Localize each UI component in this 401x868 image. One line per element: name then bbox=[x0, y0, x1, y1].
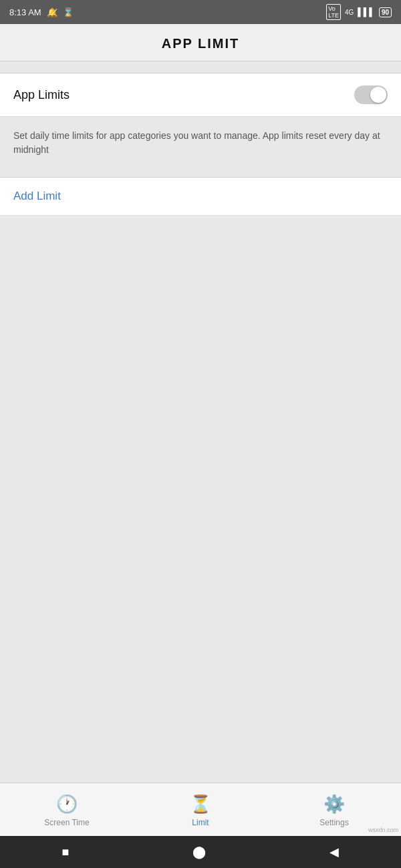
nav-item-settings[interactable]: ⚙️ Settings bbox=[267, 794, 401, 827]
nav-item-limit[interactable]: ⏳ Limit bbox=[134, 794, 267, 827]
limit-icon: ⏳ bbox=[190, 794, 211, 815]
description-section: Set daily time limits for app categories… bbox=[0, 117, 401, 178]
signal-icon: ▌▌▌ bbox=[358, 7, 375, 17]
limit-label: Limit bbox=[192, 818, 209, 827]
battery-indicator: 90 bbox=[379, 7, 392, 17]
screen-time-label: Screen Time bbox=[44, 818, 89, 827]
alarm-icon: 🔔̸ bbox=[47, 7, 57, 17]
app-limits-row: App Limits bbox=[0, 73, 401, 117]
main-content-area bbox=[0, 216, 401, 783]
volte-icon: VoLTE bbox=[326, 4, 341, 20]
hourglass-icon: ⌛ bbox=[63, 7, 74, 17]
description-text: Set daily time limits for app categories… bbox=[13, 129, 388, 157]
status-bar: 8:13 AM 🔔̸ ⌛ VoLTE 4G ▌▌▌ 90 bbox=[0, 0, 401, 24]
top-spacer bbox=[0, 61, 401, 73]
screen-time-icon: 🕐 bbox=[56, 794, 78, 815]
status-left: 8:13 AM 🔔̸ ⌛ bbox=[9, 7, 74, 17]
system-nav-bar: ■ ⬤ ◀ bbox=[0, 836, 401, 868]
status-time: 8:13 AM bbox=[9, 7, 41, 17]
status-right: VoLTE 4G ▌▌▌ 90 bbox=[326, 4, 392, 20]
network-icon: 4G bbox=[345, 9, 354, 16]
page-header: App Limit bbox=[0, 24, 401, 61]
settings-icon: ⚙️ bbox=[323, 794, 345, 815]
page-title: App Limit bbox=[162, 36, 240, 51]
add-limit-button[interactable]: Add Limit bbox=[13, 190, 61, 202]
app-limits-label: App Limits bbox=[13, 88, 70, 102]
nav-item-screen-time[interactable]: 🕐 Screen Time bbox=[0, 794, 134, 827]
back-button[interactable]: ◀ bbox=[329, 845, 339, 859]
recents-button[interactable]: ■ bbox=[62, 845, 70, 859]
bottom-nav: 🕐 Screen Time ⏳ Limit ⚙️ Settings bbox=[0, 783, 401, 836]
settings-label: Settings bbox=[319, 818, 348, 827]
add-limit-row[interactable]: Add Limit bbox=[0, 178, 401, 216]
home-button[interactable]: ⬤ bbox=[192, 845, 206, 859]
app-limits-toggle[interactable] bbox=[354, 85, 388, 104]
watermark: wsxdn.com bbox=[368, 827, 398, 833]
